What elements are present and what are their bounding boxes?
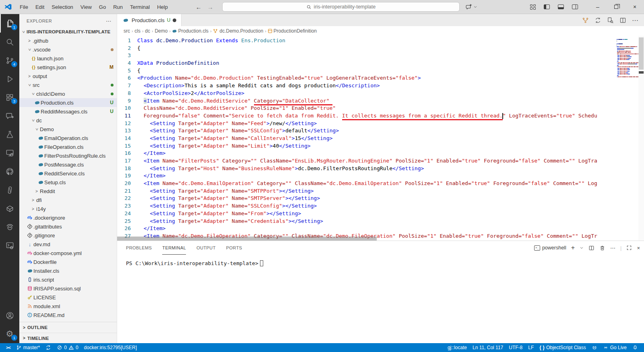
code-line[interactable]: 13 <Setting Target="Adapter" Name="SSLCo…: [117, 127, 615, 135]
tree-item--gitignore[interactable]: .gitignore: [19, 231, 117, 240]
tree-item-dev-md[interactable]: ↓dev.md: [19, 240, 117, 249]
testing-icon[interactable]: [0, 125, 19, 144]
tree-item-production-cls[interactable]: Production.clsU: [19, 98, 117, 107]
panel-tab-problems[interactable]: PROBLEMS: [126, 241, 152, 255]
tree-item-demo[interactable]: >Demo: [19, 125, 117, 134]
split-terminal-icon[interactable]: [588, 245, 594, 251]
tree-item-license[interactable]: LICENSE: [19, 293, 117, 302]
code-line[interactable]: 23 <Setting Target="Adapter" Name="SSLCo…: [117, 202, 615, 210]
tree-item-postmessage-cls[interactable]: PostMessage.cls: [19, 160, 117, 169]
tree-item-redditmessages-cls[interactable]: RedditMessages.clsU: [19, 107, 117, 116]
code-line[interactable]: 6<Production Name="dc.Demo.Production" T…: [117, 74, 615, 82]
search-icon[interactable]: [0, 33, 19, 51]
status-0[interactable]: 00: [54, 343, 81, 352]
code-line[interactable]: 2{: [117, 45, 615, 52]
toggle-sidebar-icon[interactable]: [544, 4, 550, 9]
status-lf[interactable]: LF: [525, 343, 537, 352]
dirty-indicator-icon[interactable]: [173, 19, 176, 22]
code-line[interactable]: 19 </Item>: [117, 172, 615, 180]
tree-item-fileoperation-cls[interactable]: FileOperation.cls: [19, 142, 117, 151]
tree-item-emailoperation-cls[interactable]: EmailOperation.cls: [19, 134, 117, 142]
code-line[interactable]: 22 <Setting Target="Adapter" Name="SMTPS…: [117, 195, 615, 202]
tree-item--dockerignore[interactable]: .dockerignore: [19, 213, 117, 222]
shell-selector[interactable]: >_ powershell: [534, 245, 566, 251]
tree-item-dockerfile[interactable]: Dockerfile: [19, 257, 117, 266]
code-line[interactable]: 21 <Setting Target="Adapter" Name="SMTPP…: [117, 187, 615, 195]
status-master[interactable]: master*: [13, 343, 43, 352]
command-center-search[interactable]: iris-interoperability-template: [222, 2, 460, 12]
class-hierarchy-icon[interactable]: [582, 17, 589, 24]
sidebar-section-outline[interactable]: >OUTLINE: [19, 322, 117, 333]
breadcrumb-demo[interactable]: Demo: [155, 28, 167, 34]
terminal-dropdown-icon[interactable]: [580, 246, 584, 250]
status-remote[interactable]: ><: [3, 343, 13, 352]
split-editor-icon[interactable]: [619, 17, 626, 24]
kill-terminal-icon[interactable]: [599, 245, 605, 251]
toggle-panel-icon[interactable]: [558, 4, 564, 9]
code-line[interactable]: 26 </Item>: [117, 225, 615, 233]
tab-production-cls[interactable]: Production.cls U: [117, 14, 182, 26]
minimap[interactable]: [615, 36, 638, 241]
vertical-scrollbar[interactable]: [638, 36, 644, 241]
status-ln-11-col-117[interactable]: Ln 11, Col 117: [470, 343, 506, 352]
tree-item-i14y[interactable]: >i14y: [19, 204, 117, 213]
tree-item-src[interactable]: >src: [19, 80, 117, 89]
toggle-secondary-sidebar-icon[interactable]: [572, 4, 578, 9]
tree-item-iris-interoperability-template[interactable]: >IRIS-INTEROPERABILITY-TEMPLATE: [19, 27, 117, 36]
code-editor[interactable]: 1Class dc.Demo.Production Extends Ens.Pr…: [117, 36, 644, 241]
code-line[interactable]: 7 <Description>This is a sample Reddit c…: [117, 82, 615, 90]
sidebar-section-timeline[interactable]: >TIMELINE: [19, 333, 117, 343]
menu-help[interactable]: Help: [153, 0, 171, 14]
copilot-chat-icon[interactable]: [0, 107, 19, 125]
tree-item--github[interactable]: >.github: [19, 36, 117, 45]
code-line[interactable]: 9 <Item Name="dc.Demo.RedditService" Cat…: [117, 97, 615, 105]
panel-tab-terminal[interactable]: TERMINAL: [162, 241, 186, 255]
breadcrumb-dc[interactable]: dc: [145, 28, 150, 34]
status-utf-8[interactable]: UTF-8: [506, 343, 525, 352]
tree-item-iris-script[interactable]: iris.script: [19, 275, 117, 284]
tree-item-settings-json[interactable]: { }settings.jsonM: [19, 63, 117, 72]
terminal-output[interactable]: PS C:\Work\iris-interoperability-templat…: [117, 255, 644, 266]
status-gj-locate[interactable]: gj::locate: [445, 343, 470, 352]
restore-button[interactable]: [607, 0, 625, 14]
tree-item-readme-md[interactable]: README.md: [19, 311, 117, 319]
tree-item-reddit[interactable]: >Reddit: [19, 187, 117, 196]
menu-view[interactable]: View: [77, 0, 95, 14]
docker-icon[interactable]: [0, 199, 19, 218]
status-docker-iris-52795-user[interactable]: docker:iris:52795[USER]: [81, 343, 140, 352]
remote-explorer-icon[interactable]: [0, 144, 19, 162]
breadcrumb-production-cls[interactable]: Production.cls: [172, 28, 208, 34]
tree-item-docker-compose-yml[interactable]: docker-compose.yml: [19, 249, 117, 257]
code-line[interactable]: 3: [117, 52, 615, 60]
panel-tab-output[interactable]: OUTPUT: [196, 241, 216, 255]
tree-item-installer-cls[interactable]: Installer.cls: [19, 266, 117, 275]
status-go-live[interactable]: Go Live: [600, 343, 630, 352]
menu-run[interactable]: Run: [109, 0, 126, 14]
menu-terminal[interactable]: Terminal: [126, 0, 153, 14]
minimize-button[interactable]: –: [588, 0, 607, 14]
code-line[interactable]: 14 <Setting Target="Adapter" Name="CallI…: [117, 135, 615, 142]
status-cat[interactable]: [589, 343, 600, 352]
explorer-more-icon[interactable]: ⋯: [106, 18, 112, 24]
menu-go[interactable]: Go: [95, 0, 109, 14]
tree-item-dc[interactable]: >dc: [19, 116, 117, 125]
tree-item-setup-cls[interactable]: Setup.cls: [19, 178, 117, 187]
more-actions-icon[interactable]: ⋯: [632, 16, 638, 24]
menu-edit[interactable]: Edit: [32, 0, 48, 14]
objectscript-icon[interactable]: [0, 181, 19, 199]
code-line[interactable]: 4XData ProductionDefinition: [117, 60, 615, 67]
breadcrumb-productiondefinition[interactable]: ProductionDefinition: [268, 28, 317, 34]
customize-layout-icon[interactable]: [530, 4, 536, 10]
code-line[interactable]: 18 <Setting Target="Host" Name="Business…: [117, 165, 615, 173]
code-line[interactable]: 11 Foreground="false" Comment="Service t…: [117, 112, 615, 120]
run-debug-icon[interactable]: [0, 70, 19, 88]
close-panel-icon[interactable]: ×: [637, 245, 640, 251]
horizontal-scrollbar[interactable]: [117, 237, 377, 241]
extensions-icon[interactable]: 3: [0, 88, 19, 107]
tree-item-irisapp-session-sql[interactable]: IRISAPP.session.sql: [19, 284, 117, 293]
tree-item-redditservice-cls[interactable]: RedditService.cls: [19, 169, 117, 178]
forward-arrow-icon[interactable]: →: [207, 4, 213, 10]
accounts-icon[interactable]: [0, 306, 19, 325]
menu-selection[interactable]: Selection: [48, 0, 76, 14]
code-line[interactable]: 8 <ActorPoolSize>2</ActorPoolSize>: [117, 90, 615, 97]
